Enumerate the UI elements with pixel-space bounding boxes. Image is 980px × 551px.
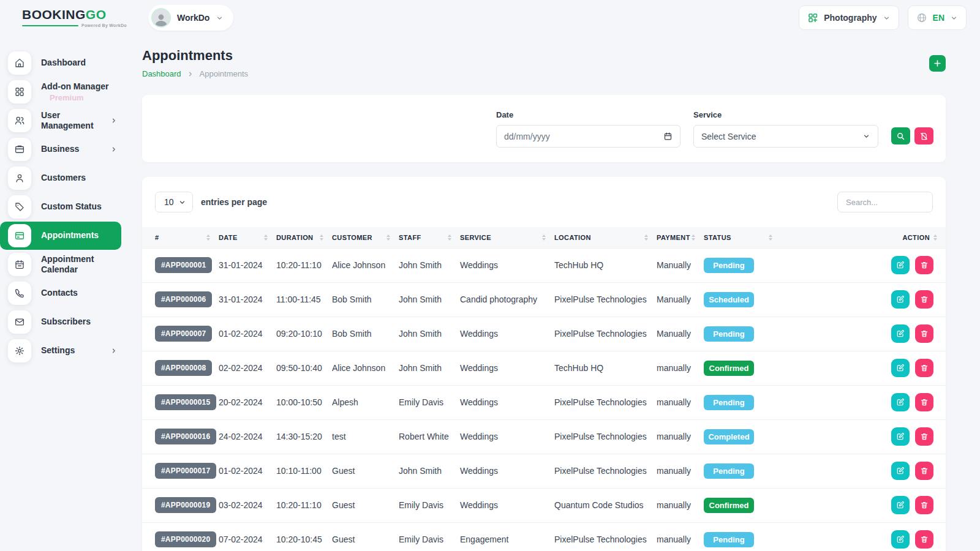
column-header-payment[interactable]: PAYMENT bbox=[657, 227, 704, 248]
sidebar-item-business[interactable]: Business bbox=[0, 135, 121, 163]
edit-button[interactable] bbox=[891, 290, 910, 309]
status-badge: Pending bbox=[704, 463, 754, 479]
add-appointment-button[interactable] bbox=[929, 55, 946, 72]
sidebar-item-custom-status[interactable]: Custom Status bbox=[0, 193, 121, 221]
sidebar-item-sublabel: Premium bbox=[41, 93, 108, 102]
sidebar-item-addon-manager[interactable]: Add-on Manager Premium bbox=[0, 78, 121, 106]
location-cell: TechHub HQ bbox=[554, 248, 657, 282]
sort-icon bbox=[264, 234, 271, 241]
trash-icon bbox=[920, 467, 929, 475]
staff-cell: Emily Davis bbox=[399, 522, 460, 551]
apply-filter-button[interactable] bbox=[891, 127, 910, 144]
appointment-id-badge: #APP0000015 bbox=[155, 394, 216, 410]
sidebar-item-label: Dashboard bbox=[41, 58, 86, 69]
edit-button[interactable] bbox=[891, 359, 910, 377]
delete-button[interactable] bbox=[915, 324, 933, 343]
sidebar-item-user-management[interactable]: User Management bbox=[0, 107, 121, 135]
edit-button[interactable] bbox=[891, 462, 910, 480]
sidebar: Dashboard Add-on Manager Premium User Ma… bbox=[0, 49, 126, 365]
sidebar-item-dashboard[interactable]: Dashboard bbox=[0, 49, 121, 77]
status-badge: Completed bbox=[704, 429, 754, 444]
sort-icon bbox=[933, 234, 937, 241]
staff-cell: John Smith bbox=[399, 282, 460, 317]
date-cell: 20-02-2024 bbox=[219, 385, 276, 419]
sidebar-item-label: Appointments bbox=[41, 230, 99, 241]
workspace-selector[interactable]: WorkDo bbox=[148, 5, 233, 31]
table-header-row: #DATEDURATIONCUSTOMERSTAFFSERVICELOCATIO… bbox=[142, 227, 946, 248]
date-cell: 31-01-2024 bbox=[219, 248, 276, 282]
sidebar-item-label: Business bbox=[41, 144, 79, 155]
column-header-customer[interactable]: CUSTOMER bbox=[332, 227, 399, 248]
sidebar-item-settings[interactable]: Settings bbox=[0, 337, 121, 365]
category-icon bbox=[807, 12, 818, 23]
trash-icon bbox=[920, 501, 929, 509]
column-header-duration[interactable]: DURATION bbox=[276, 227, 332, 248]
chevron-down-icon bbox=[950, 14, 958, 22]
service-cell: Weddings bbox=[460, 419, 554, 454]
sidebar-item-label: Appointment Calendar bbox=[41, 254, 118, 276]
trash-icon bbox=[920, 535, 929, 544]
column-header-service[interactable]: SERVICE bbox=[460, 227, 554, 248]
delete-button[interactable] bbox=[915, 427, 933, 446]
sidebar-item-appointments[interactable]: Appointments bbox=[0, 222, 121, 250]
chevron-down-icon bbox=[883, 14, 891, 22]
delete-button[interactable] bbox=[915, 359, 933, 377]
clear-filter-button[interactable] bbox=[914, 127, 933, 144]
duration-cell: 11:00-11:45 bbox=[276, 282, 332, 317]
table-search-input[interactable] bbox=[837, 192, 933, 212]
edit-button[interactable] bbox=[891, 530, 910, 549]
sidebar-item-customers[interactable]: Customers bbox=[0, 164, 121, 192]
appointment-id-badge: #APP000006 bbox=[155, 291, 212, 307]
table-row: #APP0000017 01-02-2024 10:10-11:00 Guest… bbox=[142, 454, 946, 488]
module-selector[interactable]: Photography bbox=[799, 6, 899, 30]
status-badge: Pending bbox=[704, 395, 754, 410]
customer-cell: Bob Smith bbox=[332, 282, 399, 317]
column-header-action[interactable]: ACTION bbox=[781, 227, 946, 248]
sort-icon bbox=[692, 234, 699, 241]
date-cell: 24-02-2024 bbox=[219, 419, 276, 454]
edit-button[interactable] bbox=[891, 324, 910, 343]
date-cell: 01-02-2024 bbox=[219, 454, 276, 488]
delete-button[interactable] bbox=[915, 530, 933, 549]
edit-button[interactable] bbox=[891, 496, 910, 514]
delete-button[interactable] bbox=[915, 290, 933, 309]
date-input[interactable] bbox=[504, 132, 627, 141]
breadcrumb-dashboard-link[interactable]: Dashboard bbox=[142, 69, 181, 78]
delete-button[interactable] bbox=[915, 462, 933, 480]
table-row: #APP0000020 07-02-2024 10:20-10:45 Guest… bbox=[142, 522, 946, 551]
logo-powered-by: Powered By WorkDo bbox=[81, 23, 127, 28]
delete-button[interactable] bbox=[915, 393, 933, 411]
column-header-date[interactable]: DATE bbox=[219, 227, 276, 248]
globe-icon bbox=[916, 12, 927, 23]
date-filter-input[interactable] bbox=[496, 125, 680, 148]
column-header-status[interactable]: STATUS bbox=[704, 227, 781, 248]
edit-button[interactable] bbox=[891, 427, 910, 446]
delete-button[interactable] bbox=[915, 496, 933, 514]
calendar-icon[interactable] bbox=[663, 132, 673, 141]
location-cell: TechHub HQ bbox=[554, 351, 657, 385]
language-selector[interactable]: EN bbox=[908, 6, 967, 30]
sidebar-item-label: Customers bbox=[41, 173, 86, 184]
sidebar-item-label: Add-on Manager bbox=[41, 81, 108, 92]
location-cell: PixelPulse Technologies bbox=[554, 454, 657, 488]
edit-button[interactable] bbox=[891, 393, 910, 411]
delete-button[interactable] bbox=[915, 256, 933, 274]
column-header-location[interactable]: LOCATION bbox=[554, 227, 657, 248]
entries-per-page-label: entries per page bbox=[201, 197, 267, 207]
breadcrumb-separator-icon bbox=[187, 70, 194, 78]
chevron-right-icon bbox=[110, 146, 118, 153]
edit-button[interactable] bbox=[891, 256, 910, 274]
sidebar-item-contacts[interactable]: Contacts bbox=[0, 279, 121, 307]
customer-cell: Guest bbox=[332, 522, 399, 551]
customer-cell: Bob Smith bbox=[332, 317, 399, 351]
duration-cell: 14:30-15:20 bbox=[276, 419, 332, 454]
mail-icon bbox=[8, 310, 31, 334]
column-header-staff[interactable]: STAFF bbox=[399, 227, 460, 248]
customer-cell: Guest bbox=[332, 488, 399, 522]
sidebar-item-subscribers[interactable]: Subscribers bbox=[0, 308, 121, 336]
column-header--[interactable]: # bbox=[142, 227, 219, 248]
entries-per-page-select[interactable]: 10 bbox=[155, 192, 193, 212]
service-filter-select[interactable]: Select Service bbox=[693, 125, 878, 148]
search-icon bbox=[896, 132, 905, 141]
sidebar-item-appointment-calendar[interactable]: Appointment Calendar bbox=[0, 250, 121, 279]
